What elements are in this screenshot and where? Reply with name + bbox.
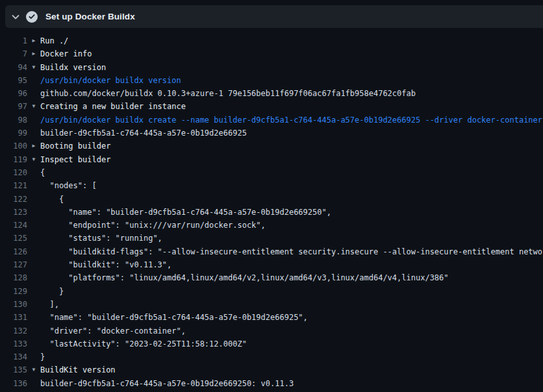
group-toggle-icon[interactable]: ▼ <box>27 100 40 113</box>
group-toggle-icon <box>27 114 40 127</box>
log-text: "endpoint": "unix:///var/run/docker.sock… <box>40 219 543 232</box>
line-number-link[interactable]: 99 <box>0 127 27 140</box>
log-text: "name": "builder-d9cfb5a1-c764-445a-a57e… <box>40 311 543 324</box>
line-number-link[interactable]: 127 <box>0 258 27 271</box>
line-number-link[interactable]: 95 <box>0 74 27 87</box>
log-line: 125 "status": "running", <box>0 232 543 245</box>
log-line: 130 ], <box>0 298 543 311</box>
step-title: Set up Docker Buildx <box>45 12 135 21</box>
group-toggle-icon[interactable]: ▼ <box>27 153 40 166</box>
log-line: 134 } <box>0 350 543 363</box>
line-number-link[interactable]: 1 <box>0 34 27 47</box>
line-number-link[interactable]: 120 <box>0 166 27 179</box>
log-line: 99 builder-d9cfb5a1-c764-445a-a57e-0b19d… <box>0 127 543 140</box>
group-toggle-icon <box>27 206 40 219</box>
log-text: "buildkit": "v0.11.3", <box>40 258 543 271</box>
line-number-link[interactable]: 129 <box>0 285 27 298</box>
log-line: 122 { <box>0 193 543 206</box>
log-text: "lastActivity": "2023-02-25T11:58:12.000… <box>40 337 543 350</box>
log-line: 127 "buildkit": "v0.11.3", <box>0 258 543 271</box>
line-number-link[interactable]: 96 <box>0 87 27 100</box>
log-text: ], <box>40 298 543 311</box>
line-number-link[interactable]: 132 <box>0 325 27 337</box>
group-toggle-icon <box>27 325 40 337</box>
group-toggle-icon[interactable]: ▼ <box>27 363 40 376</box>
log-text: /usr/bin/docker buildx version <box>40 74 543 87</box>
line-number-link[interactable]: 119 <box>0 153 27 166</box>
log-line[interactable]: 94 ▼ Buildx version <box>0 61 543 74</box>
log-line: 120 { <box>0 166 543 179</box>
line-number-link[interactable]: 124 <box>0 219 27 232</box>
log-text: "driver": "docker-container", <box>40 325 543 337</box>
log-line: 136 builder-d9cfb5a1-c764-445a-a57e-0b19… <box>0 377 543 390</box>
log-text: { <box>40 193 543 206</box>
log-text: Buildx version <box>40 61 543 74</box>
log-line: 96 github.com/docker/buildx 0.10.3+azure… <box>0 87 543 100</box>
log-line: 132 "driver": "docker-container", <box>0 325 543 337</box>
line-number-link[interactable]: 134 <box>0 350 27 363</box>
log-line[interactable]: 7 ▶ Docker info <box>0 47 543 60</box>
log-text: builder-d9cfb5a1-c764-445a-a57e-0b19d2e6… <box>40 377 543 390</box>
log-text: Inspect builder <box>40 153 543 166</box>
log-line[interactable]: 119 ▼ Inspect builder <box>0 153 543 166</box>
log-line: 131 "name": "builder-d9cfb5a1-c764-445a-… <box>0 311 543 324</box>
log-line: 123 "name": "builder-d9cfb5a1-c764-445a-… <box>0 206 543 219</box>
log-line: 128 "platforms": "linux/amd64,linux/amd6… <box>0 271 543 284</box>
line-number-link[interactable]: 122 <box>0 193 27 206</box>
line-number-link[interactable]: 7 <box>0 47 27 60</box>
group-toggle-icon <box>27 258 40 271</box>
group-toggle-icon <box>27 285 40 298</box>
line-number-link[interactable]: 135 <box>0 363 27 376</box>
line-number-link[interactable]: 130 <box>0 298 27 311</box>
log-line: 121 "nodes": [ <box>0 179 543 192</box>
group-toggle-icon <box>27 166 40 179</box>
group-toggle-icon <box>27 245 40 258</box>
log-text: } <box>40 350 543 363</box>
line-number-link[interactable]: 133 <box>0 337 27 350</box>
line-number-link[interactable]: 100 <box>0 140 27 153</box>
line-number-link[interactable]: 121 <box>0 179 27 192</box>
log-text: github.com/docker/buildx 0.10.3+azure-1 … <box>40 87 543 100</box>
log-text: "nodes": [ <box>40 179 543 192</box>
group-toggle-icon[interactable]: ▶ <box>27 34 40 47</box>
log-text: BuildKit version <box>40 363 543 376</box>
log-text: Run ./ <box>40 34 543 47</box>
chevron-down-icon[interactable] <box>10 12 21 22</box>
line-number-link[interactable]: 123 <box>0 206 27 219</box>
group-toggle-icon[interactable]: ▼ <box>27 61 40 74</box>
log-line[interactable]: 1 ▶ Run ./ <box>0 34 543 47</box>
line-number-link[interactable]: 131 <box>0 311 27 324</box>
log-text: } <box>40 285 543 298</box>
group-toggle-icon[interactable]: ▶ <box>27 47 40 60</box>
step-header[interactable]: Set up Docker Buildx <box>5 5 543 28</box>
log-text: "platforms": "linux/amd64,linux/amd64/v2… <box>40 271 543 284</box>
log-line: 129 } <box>0 285 543 298</box>
group-toggle-icon <box>27 232 40 245</box>
log-text: builder-d9cfb5a1-c764-445a-a57e-0b19d2e6… <box>40 127 543 140</box>
log-text: "name": "builder-d9cfb5a1-c764-445a-a57e… <box>40 206 543 219</box>
log-line: 95 /usr/bin/docker buildx version <box>0 74 543 87</box>
group-toggle-icon <box>27 271 40 284</box>
log-line[interactable]: 135 ▼ BuildKit version <box>0 363 543 376</box>
log-line[interactable]: 100 ▶ Booting builder <box>0 140 543 153</box>
log-text: Booting builder <box>40 140 543 153</box>
group-toggle-icon <box>27 87 40 100</box>
log-text: "status": "running", <box>40 232 543 245</box>
group-toggle-icon <box>27 219 40 232</box>
log-text: { <box>40 166 543 179</box>
line-number-link[interactable]: 128 <box>0 271 27 284</box>
group-toggle-icon <box>27 337 40 350</box>
line-number-link[interactable]: 94 <box>0 61 27 74</box>
group-toggle-icon[interactable]: ▶ <box>27 140 40 153</box>
line-number-link[interactable]: 125 <box>0 232 27 245</box>
line-number-link[interactable]: 97 <box>0 100 27 113</box>
log-line[interactable]: 97 ▼ Creating a new builder instance <box>0 100 543 113</box>
line-number-link[interactable]: 136 <box>0 377 27 390</box>
log-line: 126 "buildkitd-flags": "--allow-insecure… <box>0 245 543 258</box>
group-toggle-icon <box>27 311 40 324</box>
group-toggle-icon <box>27 74 40 87</box>
log-line: 133 "lastActivity": "2023-02-25T11:58:12… <box>0 337 543 350</box>
line-number-link[interactable]: 126 <box>0 245 27 258</box>
line-number-link[interactable]: 98 <box>0 114 27 127</box>
group-toggle-icon <box>27 350 40 363</box>
